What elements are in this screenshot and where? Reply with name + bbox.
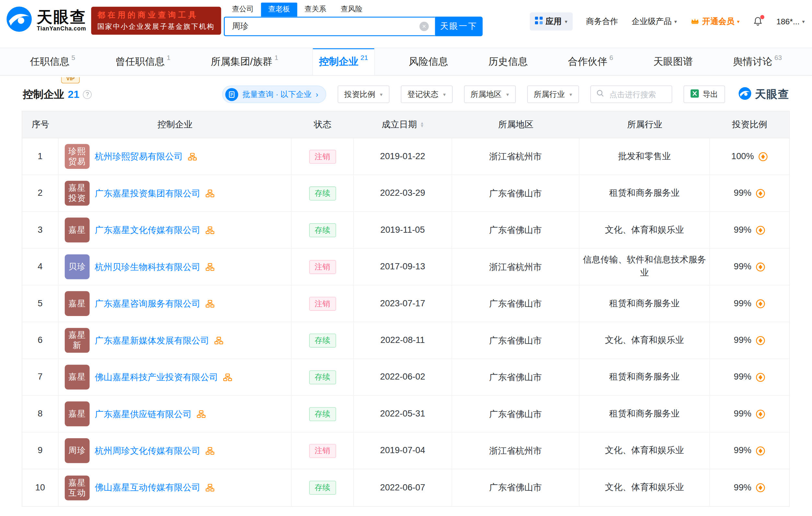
status-cell: 存续 [292, 396, 354, 432]
sort-icon[interactable]: ▲ ▼ [420, 121, 424, 128]
company-cell: 嘉星 佛山嘉星科技产业投资有限公司 [59, 359, 292, 395]
equity-structure-icon[interactable] [756, 298, 765, 308]
search-button[interactable]: 天眼一下 [435, 17, 483, 36]
equity-structure-icon[interactable] [756, 483, 765, 493]
company-name-link[interactable]: 杭州周珍文化传媒有限公司 [95, 445, 200, 457]
tab-舆情讨论[interactable]: 舆情讨论 63 [727, 48, 788, 75]
tab-风险信息[interactable]: 风险信息 [402, 48, 454, 75]
company-avatar: 嘉星 [65, 365, 90, 390]
region: 浙江省杭州市 [452, 432, 579, 469]
search-tab-查关系[interactable]: 查关系 [297, 3, 334, 17]
establish-date: 2019-07-04 [354, 432, 452, 469]
company-name-link[interactable]: 佛山嘉星科技产业投资有限公司 [95, 371, 218, 383]
menu-enterprise-products[interactable]: 企业级产品 ▾ [632, 16, 677, 27]
help-icon[interactable]: ? [83, 90, 92, 98]
org-chart-icon[interactable] [197, 410, 205, 418]
company-name-link[interactable]: 广东嘉星新媒体发展有限公司 [95, 335, 209, 346]
company-name-link[interactable]: 广东嘉星投资集团有限公司 [95, 187, 200, 199]
tab-任职信息[interactable]: 任职信息 5 [24, 48, 82, 75]
menu-open-vip[interactable]: 开通会员 ▾ [691, 16, 740, 27]
equity-structure-icon[interactable] [756, 262, 765, 271]
org-chart-icon[interactable] [205, 447, 214, 454]
table-search-input[interactable] [608, 89, 666, 99]
search-tab-查老板[interactable]: 查老板 [261, 3, 297, 17]
org-chart-icon[interactable] [214, 337, 223, 344]
filter-所属地区[interactable]: 所属地区 ▾ [464, 86, 516, 103]
table-row: 10 嘉星互动 佛山嘉星互动传媒有限公司 存续 2022-06-07 广东省佛山… [22, 469, 789, 506]
company-name-link[interactable]: 杭州珍熙贸易有限公司 [95, 150, 183, 162]
equity-structure-icon[interactable] [756, 446, 765, 455]
user-account-menu[interactable]: 186*... ▾ [776, 17, 805, 26]
tab-天眼图谱[interactable]: 天眼图谱 [647, 48, 699, 75]
tab-曾任职信息[interactable]: 曾任职信息 1 [109, 48, 177, 75]
search-input[interactable] [231, 21, 419, 32]
filter-所属行业[interactable]: 所属行业 ▾ [527, 86, 579, 103]
global-search: 查公司 查老板 查关系 查风险 × 天眼一下 [224, 3, 483, 36]
company-avatar: 周珍 [65, 438, 90, 463]
region: 广东省佛山市 [452, 322, 579, 359]
th-label: 所属地区 [498, 119, 533, 131]
company-cell: 珍熙贸易 杭州珍熙贸易有限公司 [59, 138, 292, 175]
equity-structure-icon[interactable] [756, 336, 765, 345]
establish-date: 2019-01-22 [354, 138, 452, 175]
equity-structure-icon[interactable] [756, 409, 765, 419]
company-name-link[interactable]: 广东嘉星供应链有限公司 [95, 408, 192, 420]
org-chart-icon[interactable] [205, 226, 214, 234]
vip-badge: VIP [61, 77, 80, 83]
watermark-text: 天眼查 [755, 87, 789, 102]
company-name-link[interactable]: 杭州贝珍生物科技有限公司 [95, 261, 200, 273]
notification-bell-icon[interactable] [753, 17, 763, 26]
region: 广东省佛山市 [452, 286, 579, 322]
menu-business-cooperation[interactable]: 商务合作 [586, 16, 618, 27]
page: 天眼查 TianYanCha.com 都在用的商业查询工具 国家中小企业发展子基… [0, 0, 812, 516]
tianyancha-logo-icon [738, 86, 752, 103]
tab-历史信息[interactable]: 历史信息 [482, 48, 534, 75]
page-tabs: 任职信息 5 曾任职信息 1 所属集团/族群 1 控制企业 21 风险信息 历史… [0, 48, 812, 76]
brand-logo[interactable]: 天眼查 TianYanCha.com [5, 5, 87, 35]
equity-structure-icon[interactable] [758, 151, 767, 161]
filter-投资比例[interactable]: 投资比例 ▾ [337, 86, 389, 103]
ratio-cell: 99% [710, 249, 789, 285]
equity-structure-icon[interactable] [756, 372, 765, 382]
region: 广东省佛山市 [452, 396, 579, 432]
clear-search-icon[interactable]: × [419, 22, 429, 31]
search-tab-查公司[interactable]: 查公司 [225, 3, 261, 17]
search-tab-查风险[interactable]: 查风险 [334, 3, 370, 17]
ratio-value: 99% [734, 483, 751, 493]
status-cell: 存续 [292, 322, 354, 359]
company-cell: 嘉星投资 广东嘉星投资集团有限公司 [59, 175, 292, 211]
status-badge: 存续 [309, 370, 336, 384]
batch-query-button[interactable]: 批量查询 · 以下企业 › [222, 86, 326, 103]
status-badge: 存续 [309, 407, 336, 421]
apps-button[interactable]: 应用 ▾ [529, 12, 573, 30]
export-button[interactable]: 导出 [684, 86, 725, 103]
company-name-link[interactable]: 佛山嘉星互动传媒有限公司 [95, 482, 200, 494]
filter-label: 所属行业 [534, 89, 565, 99]
ratio-cell: 99% [710, 175, 789, 211]
org-chart-icon[interactable] [205, 300, 214, 308]
equity-structure-icon[interactable] [756, 188, 765, 198]
tab-合作伙伴[interactable]: 合作伙伴 6 [562, 48, 619, 75]
menu-label: 企业级产品 [632, 16, 672, 27]
status-badge: 注销 [309, 149, 336, 163]
org-chart-icon[interactable] [205, 484, 214, 492]
excel-icon [690, 89, 699, 99]
ratio-cell: 99% [710, 322, 789, 359]
org-chart-icon[interactable] [188, 153, 197, 161]
tab-label: 天眼图谱 [653, 55, 692, 68]
column-header-序号: 序号 [22, 112, 59, 138]
filter-label: 登记状态 [407, 89, 438, 99]
org-chart-icon[interactable] [223, 373, 232, 381]
establish-date: 2017-09-13 [354, 249, 452, 285]
filter-登记状态[interactable]: 登记状态 ▾ [401, 86, 452, 103]
org-chart-icon[interactable] [205, 263, 214, 270]
status-cell: 注销 [292, 432, 354, 469]
org-chart-icon[interactable] [205, 189, 214, 197]
company-name-link[interactable]: 广东嘉星咨询服务有限公司 [95, 297, 200, 310]
tab-所属集团/族群[interactable]: 所属集团/族群 1 [204, 48, 285, 75]
company-name-link[interactable]: 广东嘉星文化传媒有限公司 [95, 224, 200, 236]
tab-控制企业[interactable]: 控制企业 21 [312, 48, 375, 75]
equity-structure-icon[interactable] [756, 225, 765, 235]
tab-label: 历史信息 [488, 55, 527, 68]
ratio-value: 99% [734, 409, 751, 419]
